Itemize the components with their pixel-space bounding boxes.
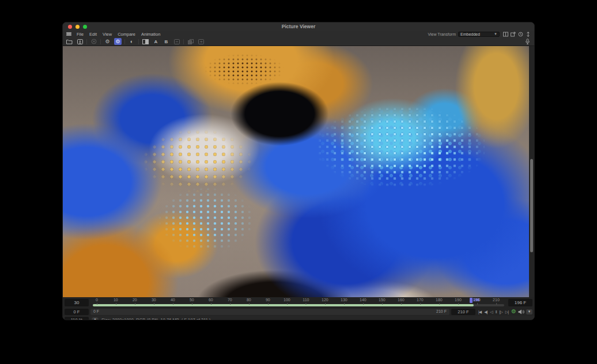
step-back-button[interactable]: ◀| (484, 310, 487, 314)
menu-animation[interactable]: Animation (141, 32, 160, 37)
range-row: 0 F 0 F 210 F 210 F |◀◀|◁‖|▷▷| ⚙ ▼ (63, 308, 534, 316)
zoom-level-field[interactable]: 119 % (65, 317, 89, 321)
screen-background: Picture Viewer FileEditViewCompareAnimat… (0, 0, 597, 364)
history-icon[interactable] (518, 32, 523, 37)
popout-icon[interactable] (511, 32, 516, 37)
ruler-tick: 80 (247, 298, 251, 302)
vertical-scrollbar[interactable] (530, 159, 533, 252)
step-forward-button[interactable]: |▷ (500, 310, 502, 314)
ruler-tick: 100 (284, 298, 290, 302)
filter-contrast-icon[interactable]: ◐ (128, 38, 135, 45)
set-b-image-button[interactable]: B (163, 38, 170, 45)
ruler-tick: 50 (190, 298, 194, 302)
fps-field[interactable]: 30 (65, 299, 89, 306)
scrollbar-gutter (529, 46, 534, 297)
image-info-text: Size: 2880x1800, RGB (8 Bit), 19.76 MB, … (101, 317, 211, 321)
menu-items: FileEditViewCompareAnimation (77, 32, 160, 37)
transport-controls: |◀◀|◁‖|▷▷| (478, 310, 508, 314)
timeline-ruler[interactable]: 0102030405060708090100110120130140150160… (90, 297, 507, 308)
view-transform-value: Embedded (460, 32, 480, 36)
ruler-tick: 90 (266, 298, 270, 302)
render-settings-icon[interactable]: ⚙ (104, 38, 111, 45)
ruler-tick: 190 (455, 298, 462, 302)
hamburger-menu-icon[interactable] (66, 32, 71, 36)
paste-image-button (197, 38, 205, 45)
toolbar-separator (183, 39, 184, 44)
ram-player-settings-icon[interactable]: ⚙ (114, 38, 122, 45)
ruler-tick: 140 (360, 298, 366, 302)
playhead[interactable]: 196 (470, 298, 473, 303)
view-transform-select[interactable]: Embedded ▼ (458, 32, 500, 37)
save-image-button[interactable] (76, 38, 84, 45)
range-slider-end-label: 210 F (436, 309, 447, 313)
picture-viewer-window: Picture Viewer FileEditViewCompareAnimat… (62, 22, 535, 320)
cache-bar (93, 304, 474, 306)
menu-bar: FileEditViewCompareAnimation View Transf… (63, 31, 534, 37)
ruler-tick: 30 (152, 298, 156, 302)
toolbar-separator (100, 39, 101, 44)
window-title: Picture Viewer (63, 24, 534, 29)
timeline-ruler-row: 30 0102030405060708090100110120130140150… (63, 297, 534, 308)
dual-view-icon[interactable] (503, 32, 508, 37)
ruler-tick: 150 (379, 298, 386, 302)
ruler-tick: 60 (209, 298, 213, 302)
ruler-tick: 0 (96, 298, 98, 302)
range-end-field[interactable]: 210 F (451, 309, 475, 315)
copy-image-button (187, 38, 194, 45)
ruler-tick: 40 (171, 298, 175, 302)
ruler-tick: 170 (417, 298, 424, 302)
loop-playback-icon[interactable]: ⚙ (511, 309, 516, 314)
microphone-icon[interactable] (524, 38, 531, 45)
rendered-image (63, 46, 534, 297)
menu-edit[interactable]: Edit (89, 32, 97, 37)
open-folder-button[interactable] (66, 38, 73, 45)
titlebar: Picture Viewer (63, 22, 534, 31)
ruler-tick: 120 (322, 298, 328, 302)
playhead-frame-label: 196 (473, 298, 480, 302)
zoom-dropdown-button[interactable]: ▼ (92, 317, 99, 321)
play-reverse-button[interactable]: ◁ (490, 310, 492, 314)
ruler-tick: 70 (228, 298, 232, 302)
ruler-tick: 20 (133, 298, 137, 302)
ruler-tick: 110 (303, 298, 309, 302)
toolbar-separator (138, 39, 139, 44)
toolbar-separator (86, 39, 87, 44)
go-to-start-button[interactable]: |◀ (478, 310, 481, 314)
swap-vertical-icon[interactable] (526, 32, 531, 37)
stop-render-button (90, 38, 97, 45)
image-viewport[interactable] (63, 46, 534, 297)
current-frame-field[interactable]: 196 F (508, 299, 532, 306)
ruler-tick: 180 (436, 298, 443, 302)
ab-compare-icon[interactable] (142, 38, 149, 45)
menu-file[interactable]: File (77, 32, 84, 37)
ruler-tick: 130 (341, 298, 347, 302)
range-slider[interactable]: 0 F 210 F (90, 309, 449, 315)
set-a-image-button[interactable]: A (152, 38, 160, 45)
menu-view[interactable]: View (103, 32, 112, 37)
view-transform-label: View Transform (428, 32, 456, 36)
swap-ab-button (173, 38, 180, 45)
view-transform-group: View Transform Embedded ▼ (428, 32, 531, 37)
chevron-down-icon: ▼ (494, 32, 497, 36)
ruler-tick: 210 (493, 298, 500, 302)
range-slider-start-label: 0 F (93, 309, 99, 313)
range-start-field[interactable]: 0 F (65, 309, 89, 315)
ruler-tick: 160 (398, 298, 405, 302)
toolbar-separator (124, 39, 125, 44)
ruler-tick: 10 (114, 298, 118, 302)
menu-compare[interactable]: Compare (118, 32, 135, 37)
go-to-end-button[interactable]: ▷| (505, 310, 508, 314)
toolbar: ⚙ ⚙ ◐ A B (63, 37, 534, 46)
status-bar: 119 % ▼ Size: 2880x1800, RGB (8 Bit), 19… (63, 316, 534, 320)
speaker-icon[interactable] (518, 309, 524, 314)
playback-options-dropdown[interactable]: ▼ (526, 309, 532, 314)
pause-button[interactable]: ‖ (496, 310, 497, 314)
